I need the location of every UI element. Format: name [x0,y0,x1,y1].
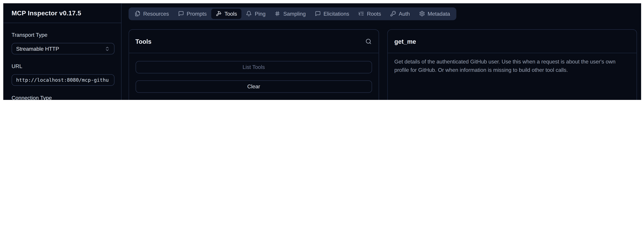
tool-detail-description: Get details of the authenticated GitHub … [394,58,626,74]
tool-detail-header: get_me [388,30,636,53]
clear-button[interactable]: Clear [136,80,372,92]
list-tree-icon [358,11,364,17]
hammer-icon [216,11,222,17]
tools-list-scroll-area[interactable]: List Tools Clear Get a specific label fr… [129,53,379,100]
tool-detail-title: get_me [394,38,416,45]
key-icon [390,11,396,17]
list-tools-button[interactable]: List Tools [136,61,372,73]
mcp-inspector-app: MCP Inspector v0.17.5 Transport Type Str… [3,3,641,100]
tab-metadata[interactable]: Metadata [414,8,455,19]
message-square-icon [178,11,184,17]
hash-icon [275,11,280,17]
tab-auth[interactable]: Auth [386,8,414,19]
screenshot-stage: MCP Inspector v0.17.5 Transport Type Str… [0,0,644,100]
sidebar: MCP Inspector v0.17.5 Transport Type Str… [3,3,121,100]
url-value: http://localhost:8080/mcp-githu [16,77,109,83]
transport-type-select[interactable]: Streamable HTTP [12,43,114,54]
search-icon[interactable] [366,38,372,44]
tab-sampling[interactable]: Sampling [270,8,310,19]
transport-type-label: Transport Type [12,32,48,38]
gear-icon [419,11,425,17]
tab-resources[interactable]: Resources [130,8,174,19]
tab-roots[interactable]: Roots [354,8,386,19]
tools-panel-title: Tools [136,38,152,45]
transport-type-value: Streamable HTTP [16,46,59,52]
tab-elicitations[interactable]: Elicitations [310,8,354,19]
tool-detail-panel: get_me Get details of the authenticated … [387,29,637,100]
sidebar-header: MCP Inspector v0.17.5 [3,3,121,23]
url-label: URL [12,63,22,69]
tab-ping[interactable]: Ping [242,8,270,19]
connection-type-label: Connection Type [12,95,52,100]
bell-icon [246,11,252,17]
partial-tool-description: Get a specific label from a repository. [138,99,362,100]
app-title: MCP Inspector v0.17.5 [12,9,81,17]
tool-detail-body: Get details of the authenticated GitHub … [388,53,636,100]
tools-list-panel: Tools List Tools Clear Get a specific la… [128,29,379,100]
tab-prompts[interactable]: Prompts [174,8,211,19]
files-icon [134,11,140,17]
url-input[interactable]: http://localhost:8080/mcp-githu [12,74,114,86]
main-tab-bar: Resources Prompts Tools Ping Sampling El… [128,7,456,20]
chevrons-up-down-icon [104,46,110,51]
message-square-icon [315,11,320,17]
tools-panel-header: Tools [129,30,379,53]
tab-tools[interactable]: Tools [211,8,242,19]
